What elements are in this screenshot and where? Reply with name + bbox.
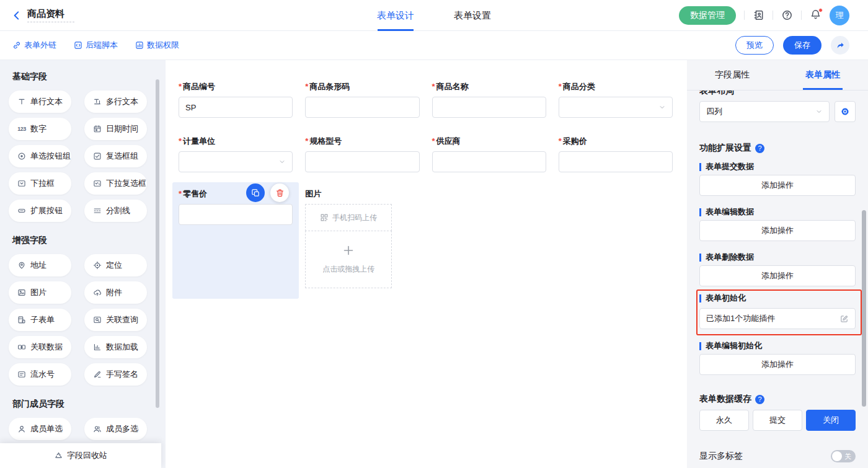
form-layout-row: 四列: [699, 101, 856, 122]
field-type-label: 复选框组: [106, 151, 138, 162]
preview-button[interactable]: 预览: [735, 36, 774, 55]
field-type-pill[interactable]: 定位: [84, 254, 147, 276]
field-type-pill[interactable]: 子表单: [9, 309, 71, 331]
tab-form-settings[interactable]: 表单设置: [454, 0, 491, 31]
multitab-toggle[interactable]: 关: [831, 450, 856, 462]
form-field[interactable]: *商品条形码: [305, 82, 419, 118]
field-label: *计量单位: [179, 137, 293, 146]
form-field[interactable]: *商品分类: [559, 82, 673, 118]
share-button[interactable]: [831, 36, 849, 55]
back-icon[interactable]: [11, 10, 22, 21]
field-type-pill[interactable]: 图片: [9, 281, 71, 304]
help-question-icon[interactable]: ?: [755, 395, 764, 404]
field-type-pill[interactable]: 单行文本: [9, 91, 71, 113]
field-type-pill[interactable]: 分割线: [84, 200, 147, 222]
field-recycle-bin[interactable]: 字段回收站: [0, 443, 161, 468]
drag-upload-area[interactable]: 点击或拖拽上传: [305, 231, 392, 288]
field-type-pill[interactable]: 日期时间: [84, 118, 147, 140]
panel-scrollbar[interactable]: [862, 210, 866, 407]
form-field[interactable]: *规格型号: [305, 137, 419, 172]
field-type-pill[interactable]: 多行文本: [84, 91, 147, 113]
scan-upload-area[interactable]: 手机扫码上传: [305, 204, 392, 231]
field-type-label: 单选按钮组: [30, 151, 71, 162]
field-input[interactable]: [432, 151, 546, 172]
add-action-button[interactable]: 添加操作: [699, 220, 856, 241]
field-type-pill[interactable]: 关联数据: [9, 336, 71, 358]
field-type-label: 流水号: [30, 369, 55, 380]
field-select[interactable]: [559, 97, 673, 118]
chevron-down-icon: [815, 108, 823, 115]
add-action-button[interactable]: 添加操作: [699, 354, 856, 375]
field-type-pill[interactable]: 复选框组: [84, 145, 147, 167]
add-action-button[interactable]: 添加操作: [699, 175, 856, 196]
location-icon: [92, 261, 102, 270]
section-accent-bar: [699, 294, 701, 302]
notification-bell[interactable]: [810, 9, 822, 22]
avatar[interactable]: 理: [830, 6, 849, 25]
field-type-pill[interactable]: 下拉复选框: [84, 172, 147, 195]
section-title-text: 表单删除数据: [706, 252, 754, 263]
retail-price-input[interactable]: [179, 204, 293, 225]
data-manage-button[interactable]: 数据管理: [679, 6, 736, 25]
field-type-pill[interactable]: 单选按钮组: [9, 145, 71, 167]
cache-option-button[interactable]: 提交: [753, 410, 802, 431]
form-field[interactable]: *商品编号SP: [179, 82, 293, 118]
form-field[interactable]: *采购价: [559, 137, 673, 172]
plugin-summary-box[interactable]: 已添加1个功能插件: [699, 308, 856, 329]
layout-settings-button[interactable]: [835, 101, 856, 122]
field-type-pill[interactable]: 成员多选: [84, 418, 147, 440]
field-type-label: 附件: [106, 287, 122, 298]
field-input[interactable]: [305, 97, 419, 118]
contacts-book-icon[interactable]: [753, 9, 764, 21]
form-external-link[interactable]: 表单外链: [12, 40, 56, 51]
field-type-pill[interactable]: 地址: [9, 254, 71, 276]
section-accent-bar: [699, 254, 701, 262]
tab-form-design[interactable]: 表单设计: [377, 0, 414, 31]
panel-section: 表单提交数据添加操作: [699, 162, 856, 196]
field-input[interactable]: [432, 97, 546, 118]
data-permission-link[interactable]: 数据权限: [135, 40, 179, 51]
tab-field-properties[interactable]: 字段属性: [687, 60, 777, 90]
field-type-pill[interactable]: 附件: [84, 281, 147, 304]
backend-script-link[interactable]: 后端脚本: [74, 40, 118, 51]
form-field[interactable]: *供应商: [432, 137, 546, 172]
help-question-icon[interactable]: ?: [755, 144, 764, 153]
field-type-pill[interactable]: 成员单选: [9, 418, 71, 440]
form-field[interactable]: *计量单位: [179, 137, 293, 172]
tab-form-properties[interactable]: 表单属性: [777, 60, 868, 90]
panel-section-title: 表单删除数据: [699, 253, 856, 262]
sidebar-scrollbar[interactable]: [156, 79, 159, 408]
delete-field-button[interactable]: [270, 183, 289, 202]
signature-icon: [92, 370, 102, 379]
divider: [744, 11, 745, 20]
form-field-image[interactable]: 图片 手机扫码上传 点击或拖拽上传: [305, 190, 419, 299]
add-action-button[interactable]: 添加操作: [699, 265, 856, 286]
layout-columns-select[interactable]: 四列: [699, 101, 830, 122]
field-type-pill[interactable]: 123数字: [9, 118, 71, 140]
field-select[interactable]: [179, 151, 293, 172]
help-icon[interactable]: [781, 9, 793, 21]
field-input[interactable]: [559, 151, 673, 172]
cache-option-button[interactable]: 关闭: [806, 410, 856, 431]
copy-field-button[interactable]: [246, 183, 265, 202]
save-button[interactable]: 保存: [783, 36, 822, 55]
field-type-pill[interactable]: 流水号: [9, 363, 71, 386]
field-input[interactable]: SP: [179, 97, 293, 118]
field-type-pill[interactable]: 关联查询: [84, 309, 147, 331]
field-type-pill[interactable]: 扩展按钮: [9, 200, 71, 222]
field-type-label: 手写签名: [106, 369, 138, 380]
field-label-text: 规格型号: [309, 137, 342, 146]
field-type-pill[interactable]: 手写签名: [84, 363, 147, 386]
form-canvas: *商品编号SP*商品条形码*商品名称*商品分类*计量单位*规格型号*供应商*采购…: [166, 60, 687, 468]
edit-icon[interactable]: [839, 314, 849, 324]
form-field[interactable]: *商品名称: [432, 82, 546, 118]
sidebar-section-title: 基础字段: [12, 71, 166, 82]
form-field-retail-price-selected[interactable]: * 零售价: [172, 182, 299, 299]
field-input[interactable]: [305, 151, 419, 172]
field-label: 图片: [305, 190, 419, 198]
field-type-pill[interactable]: 数据加载: [84, 336, 147, 358]
cache-option-group: 永久提交关闭: [699, 410, 856, 431]
field-type-pill[interactable]: 下拉框: [9, 172, 71, 195]
attachment-icon: [92, 288, 102, 297]
cache-option-button[interactable]: 永久: [699, 410, 749, 431]
